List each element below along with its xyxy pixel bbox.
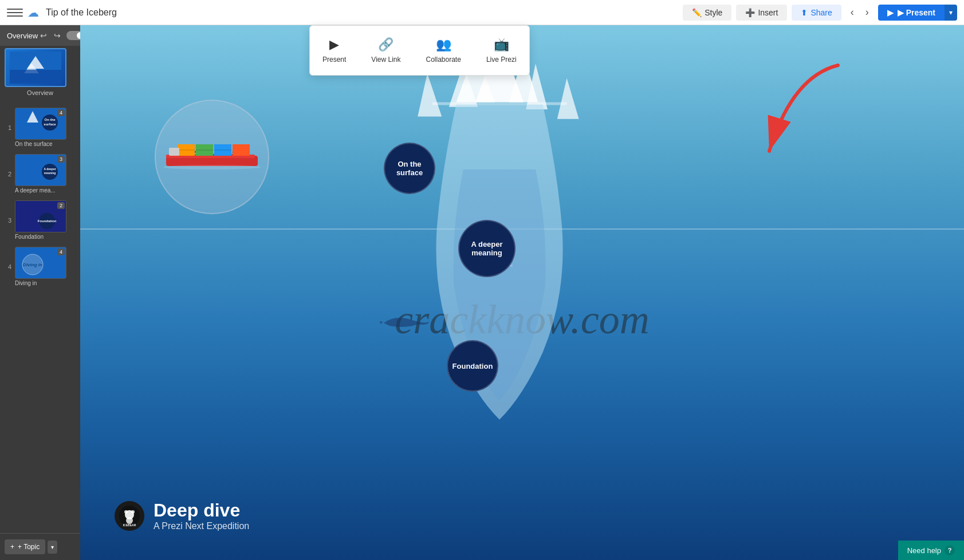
prev-button[interactable]: ‹ xyxy=(846,4,859,21)
slide-thumb-1: On the surface 4 xyxy=(15,108,66,140)
deeper-meaning-circle[interactable]: A deepermeaning xyxy=(458,220,516,277)
need-help-label: Need help xyxy=(907,546,941,555)
main-canvas: Diving in xyxy=(80,25,964,560)
redo-button[interactable]: ↪ xyxy=(52,30,63,41)
svg-text:meaning: meaning xyxy=(44,171,56,175)
svg-point-44 xyxy=(124,510,128,514)
svg-text:A deeper: A deeper xyxy=(44,167,56,171)
foundation-text: Foundation xyxy=(453,362,493,370)
sidebar-header: Overview ↩ ↪ Animations xyxy=(0,25,80,46)
whale-decoration xyxy=(378,311,435,334)
svg-marker-25 xyxy=(557,78,579,119)
svg-text:Foundation: Foundation xyxy=(38,219,57,223)
polar-bear-icon: ICEBEAR xyxy=(118,504,141,527)
collaborate-label: Collaborate xyxy=(426,56,461,64)
svg-point-45 xyxy=(131,510,135,514)
svg-text:Diving in: Diving in xyxy=(23,262,42,267)
slide-thumb-2: A deeper meaning 3 xyxy=(15,154,66,186)
sidebar: Overview ↩ ↪ Animations Overview xyxy=(0,25,80,560)
bottom-info: ICEBEAR Deep dive A Prezi Next Expeditio… xyxy=(115,500,249,531)
add-topic-dropdown-button[interactable]: ▾ xyxy=(48,541,57,554)
present-dropdown-button[interactable]: ▾ xyxy=(945,5,957,21)
svg-rect-32 xyxy=(233,144,250,156)
menu-button[interactable] xyxy=(7,5,23,21)
red-arrow-svg xyxy=(735,60,861,174)
overview-slide[interactable]: Overview xyxy=(0,46,80,101)
ship-svg xyxy=(160,139,263,170)
slide-num-4: 4 xyxy=(5,263,11,270)
liveprezi-icon: 📺 xyxy=(494,37,509,52)
play-icon: ▶ xyxy=(887,8,894,17)
insert-tab[interactable]: ➕ Insert xyxy=(736,5,787,21)
slide-badge-2: 3 xyxy=(57,156,65,163)
svg-rect-36 xyxy=(169,148,179,156)
slide-num-1: 1 xyxy=(5,124,11,131)
deep-dive-subtitle: A Prezi Next Expedition xyxy=(154,521,249,531)
svg-point-37 xyxy=(163,165,261,169)
share-present-item[interactable]: ▶ Present xyxy=(310,30,359,70)
slide-badge-1: 4 xyxy=(57,109,65,116)
on-the-surface-text: On thesurface xyxy=(396,160,423,177)
slide-thumb-3: Foundation 2 xyxy=(15,200,66,232)
present-dropdown-label: Present xyxy=(322,56,346,64)
style-tab[interactable]: ✏️ Style xyxy=(683,5,731,21)
svg-rect-3 xyxy=(10,70,61,84)
sidebar-bottom: + + Topic ▾ xyxy=(0,533,80,560)
slide-item-4[interactable]: 4 Diving in 4 Diving in xyxy=(0,244,80,289)
ship xyxy=(160,139,263,172)
overview-thumb-svg xyxy=(10,52,61,84)
svg-marker-24 xyxy=(418,73,442,117)
slide-badge-3: 2 xyxy=(57,202,65,209)
polar-bear-logo: ICEBEAR xyxy=(115,501,144,531)
svg-text:ICEBEAR: ICEBEAR xyxy=(123,523,136,527)
document-title: Tip of the Iceberg xyxy=(46,7,678,18)
overview-label-text: Overview xyxy=(5,89,76,96)
liveprezi-label: Live Prezi xyxy=(486,56,517,64)
overview-label: Overview xyxy=(7,31,38,40)
whale-svg xyxy=(378,311,435,332)
collaborate-icon: 👥 xyxy=(436,37,451,52)
add-icon: + xyxy=(10,543,14,551)
style-icon: ✏️ xyxy=(692,8,702,17)
deeper-meaning-text: A deepermeaning xyxy=(471,240,502,257)
slide-item-2[interactable]: 2 A deeper meaning 3 A deeper mea... xyxy=(0,152,80,196)
on-the-surface-circle[interactable]: On thesurface xyxy=(384,143,435,194)
slide-item-1[interactable]: 1 On the surface 4 On the surface xyxy=(0,105,80,149)
deep-dive-title: Deep dive xyxy=(154,500,249,521)
cloud-icon: ☁ xyxy=(27,6,39,19)
slide-num-2: 2 xyxy=(5,171,11,178)
help-icon: ? xyxy=(945,545,955,555)
nav-arrows: ‹ › xyxy=(846,4,873,21)
share-dropdown: ▶ Present 🔗 View Link 👥 Collaborate 📺 Li… xyxy=(309,25,530,76)
viewlink-icon: 🔗 xyxy=(378,37,394,52)
slide-label-1: On the surface xyxy=(15,141,66,147)
present-group: ▶ ▶ Present ▾ xyxy=(878,5,957,21)
slide-thumb-4: Diving in 4 xyxy=(15,247,66,279)
share-button[interactable]: ⬆ Share xyxy=(792,5,841,21)
share-collaborate-item[interactable]: 👥 Collaborate xyxy=(414,30,474,70)
foundation-circle[interactable]: Foundation xyxy=(447,340,498,392)
red-arrow-annotation xyxy=(735,60,861,176)
undo-redo-group: ↩ ↪ xyxy=(38,30,63,41)
undo-button[interactable]: ↩ xyxy=(38,30,49,41)
slide-num-3: 3 xyxy=(5,217,11,224)
iceberg-svg xyxy=(379,25,620,560)
present-button[interactable]: ▶ ▶ Present xyxy=(878,5,945,21)
bottom-text-group: Deep dive A Prezi Next Expedition xyxy=(154,500,249,531)
svg-text:surface: surface xyxy=(44,123,56,126)
canvas-background: Diving in xyxy=(80,25,964,560)
insert-icon: ➕ xyxy=(745,8,755,17)
need-help-button[interactable]: Need help ? xyxy=(898,541,964,560)
slide-item-3[interactable]: 3 Foundation 2 Foundation xyxy=(0,198,80,242)
add-topic-button[interactable]: + + Topic xyxy=(5,539,45,554)
overview-thumb xyxy=(5,48,66,87)
share-viewlink-item[interactable]: 🔗 View Link xyxy=(359,30,413,70)
sidebar-slides: 1 On the surface 4 On the surface 2 xyxy=(0,101,80,533)
next-button[interactable]: › xyxy=(861,4,873,21)
present-dropdown-icon: ▶ xyxy=(329,37,339,52)
viewlink-label: View Link xyxy=(371,56,400,64)
svg-text:On the: On the xyxy=(45,118,56,121)
slide-label-4: Diving in xyxy=(15,280,66,286)
share-liveprezi-item[interactable]: 📺 Live Prezi xyxy=(474,30,529,70)
topbar: ☁ Tip of the Iceberg ✏️ Style ➕ Insert ⬆… xyxy=(0,0,964,25)
